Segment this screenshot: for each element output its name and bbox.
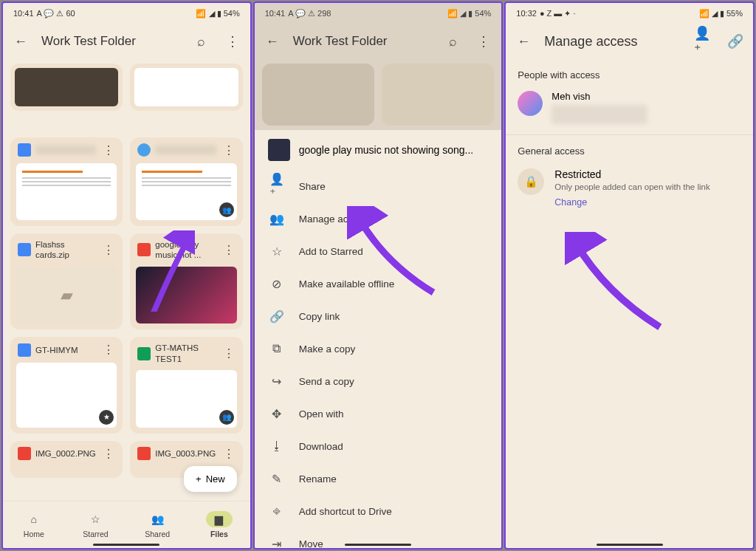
person-add-icon[interactable]: 👤⁺ [694, 31, 715, 52]
card-more-icon[interactable]: ⋮ [221, 243, 237, 257]
link-icon[interactable]: 🔗 [725, 31, 746, 52]
image-icon [18, 447, 31, 460]
nav-files[interactable]: ▆Files [188, 502, 250, 548]
search-icon[interactable]: ⌕ [442, 31, 463, 52]
image-icon [137, 447, 151, 460]
send-icon: ↪ [269, 374, 284, 389]
gesture-bar [345, 544, 411, 546]
menu-make-copy[interactable]: ⧉Make a copy [255, 332, 502, 365]
menu-label: Share [299, 181, 326, 192]
file-card-flashss[interactable]: Flashss cards.zip⋮ ▰ [10, 233, 123, 329]
sheet-title: google play music not showing song... [299, 144, 474, 156]
back-icon[interactable]: ← [10, 31, 31, 52]
shared-badge-icon: 👥 [219, 202, 234, 217]
status-right-icons: 📶 ◢ ▮ 54% [196, 9, 239, 18]
thumbnail-icon [268, 139, 290, 161]
access-title: Restricted [554, 168, 709, 180]
menu-add-starred[interactable]: ☆Add to Starred [255, 235, 502, 267]
person-name: Meh vish [551, 91, 741, 102]
menu-add-shortcut[interactable]: ⎆Add shortcut to Drive [255, 495, 502, 527]
card-more-icon[interactable]: ⋮ [100, 447, 117, 461]
file-card-himym[interactable]: GT-HIMYM⋮ ★ [10, 337, 123, 433]
card-more-icon[interactable]: ⋮ [221, 346, 237, 360]
panel-manage-access: 10:32● Z ▬ ✦ · 📶 ◢ ▮ 55% ← Manage access… [504, 1, 755, 550]
gesture-bar [93, 544, 159, 546]
section-people: People with access Meh vish [506, 59, 753, 134]
menu-label: Manage access [299, 213, 369, 225]
file-grid[interactable]: ⋮ ⋮ 👥 Flashss cards.zip⋮ ▰ google play m… [3, 59, 250, 501]
star-badge-icon: ★ [99, 410, 114, 425]
nav-starred[interactable]: ☆Starred [65, 502, 127, 548]
card-more-icon[interactable]: ⋮ [221, 143, 237, 157]
nav-label: Shared [145, 530, 170, 538]
card-more-icon[interactable]: ⋮ [100, 243, 117, 257]
menu-share[interactable]: 👤⁺Share [255, 170, 502, 202]
page-title: Manage access [544, 34, 684, 49]
change-link[interactable]: Change [554, 197, 709, 208]
image-icon [137, 243, 151, 256]
file-icon [137, 143, 151, 157]
menu-send-copy[interactable]: ↪Send a copy [255, 365, 502, 397]
doc-icon [18, 143, 31, 157]
menu-open-with[interactable]: ✥Open with [255, 397, 502, 430]
folder-icon: ▆ [206, 511, 233, 527]
file-card[interactable]: ⋮ [10, 137, 123, 227]
panel-files-grid: 10:41A 💬 ⚠ 60 📶 ◢ ▮ 54% ← Work Test Fold… [1, 1, 252, 550]
card-more-icon[interactable]: ⋮ [221, 447, 237, 461]
status-right-icons: 📶 ◢ ▮ 54% [447, 9, 491, 18]
section-general: General access 🔒 Restricted Only people … [506, 135, 753, 213]
search-icon[interactable]: ⌕ [191, 31, 212, 52]
nav-home[interactable]: ⌂Home [3, 502, 65, 548]
file-card[interactable] [130, 64, 242, 111]
file-card[interactable]: ⋮ 👥 [130, 137, 242, 227]
status-left-icons: A 💬 ⚠ 298 [288, 9, 331, 18]
nav-shared[interactable]: 👥Shared [126, 502, 188, 548]
new-fab-button[interactable]: +New [184, 466, 237, 492]
menu-download[interactable]: ⭳Download [255, 430, 502, 462]
file-card-img2[interactable]: IMG_0002.PNG⋮ [10, 441, 123, 478]
section-title: General access [506, 135, 753, 162]
more-icon[interactable]: ⋮ [222, 31, 243, 52]
menu-rename[interactable]: ✎Rename [255, 462, 502, 495]
menu-label: Copy link [299, 311, 340, 322]
gesture-bar [597, 544, 663, 546]
star-icon: ☆ [83, 511, 109, 527]
file-card-maths[interactable]: GT-MATHS TEST1⋮ 👥 [130, 337, 242, 433]
person-row[interactable]: Meh vish [506, 86, 753, 134]
doc-icon [18, 343, 31, 357]
card-more-icon[interactable]: ⋮ [100, 143, 117, 157]
status-bar: 10:41A 💬 ⚠ 60 📶 ◢ ▮ 54% [3, 3, 250, 24]
offline-icon: ⊘ [269, 276, 284, 291]
general-access-row[interactable]: 🔒 Restricted Only people added can open … [506, 162, 753, 213]
sheet-header: google play music not showing song... [255, 130, 502, 170]
more-icon[interactable]: ⋮ [473, 31, 494, 52]
menu-label: Make a copy [299, 343, 356, 355]
back-icon[interactable]: ← [262, 31, 283, 52]
annotation-arrow [565, 232, 668, 335]
lock-icon: 🔒 [518, 168, 544, 195]
menu-label: Move [299, 538, 323, 549]
shortcut-icon: ⎆ [269, 504, 284, 519]
copy-icon: ⧉ [269, 341, 284, 356]
access-subtitle: Only people added can open with the link [554, 182, 709, 191]
fab-label: New [206, 473, 225, 485]
back-icon[interactable]: ← [513, 31, 534, 52]
section-title: People with access [506, 59, 753, 86]
status-left-icons: A 💬 ⚠ 60 [37, 9, 75, 18]
status-bar: 10:32● Z ▬ ✦ · 📶 ◢ ▮ 55% [506, 3, 753, 24]
file-card[interactable] [10, 64, 123, 111]
menu-copy-link[interactable]: 🔗Copy link [255, 300, 502, 332]
app-bar: ← Work Test Folder ⌕ ⋮ [3, 24, 250, 59]
move-icon: ⇥ [269, 536, 284, 548]
menu-offline[interactable]: ⊘Make available offline [255, 267, 502, 300]
menu-label: Send a copy [299, 376, 354, 387]
dimmed-grid [255, 59, 502, 130]
download-icon: ⭳ [269, 439, 284, 454]
menu-label: Make available offline [299, 278, 395, 290]
card-more-icon[interactable]: ⋮ [100, 343, 117, 357]
person-email-blurred [551, 105, 647, 124]
bottom-sheet: google play music not showing song... 👤⁺… [255, 130, 502, 548]
nav-label: Starred [83, 530, 108, 538]
menu-manage-access[interactable]: 👥Manage access [255, 202, 502, 235]
file-card-googleplay[interactable]: google play music not ...⋮ [130, 233, 242, 329]
